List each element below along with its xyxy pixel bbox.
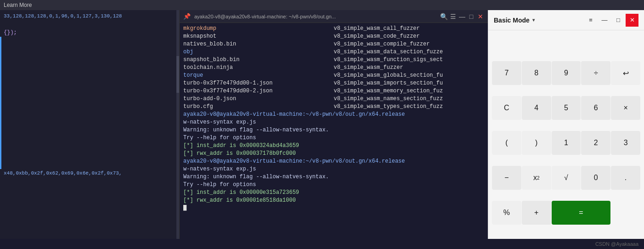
calc-btn-sqrt[interactable]: √	[552, 166, 581, 190]
calc-btn-add[interactable]: +	[522, 201, 551, 225]
calc-btn-multiply[interactable]: ×	[611, 96, 640, 120]
term-line: Warning: unknown flag --allow-natves-syn…	[183, 173, 484, 181]
term-line: v8_simple_wasm_data_section_fuzze	[334, 48, 485, 56]
watermark-text: CSDN @Ayakaaaa	[595, 241, 638, 247]
term-line: torque	[183, 72, 334, 79]
calc-buttons: 7 8 9 ÷ ↩ C 4 5 6 × ( ) 1 2 3 − x2 √ 0 .…	[488, 59, 644, 239]
terminal-maximize-btn[interactable]: □	[468, 13, 475, 20]
term-line: snapshot_blob.bin	[183, 56, 334, 64]
term-line: w-natves-syntax exp.js	[183, 165, 484, 173]
editor-line	[0, 70, 179, 78]
terminal-col-right: v8_simple_wasm_call_fuzzer v8_simple_was…	[334, 25, 485, 111]
calc-btn-0[interactable]: 0	[581, 166, 610, 190]
calc-btn-7[interactable]: 7	[492, 61, 521, 85]
term-line: mkgrokdump	[183, 25, 334, 33]
term-line: v8_simple_wasm_imports_section_fu	[334, 79, 485, 87]
editor-line	[0, 136, 179, 144]
learn-more-link[interactable]: Learn More	[4, 2, 32, 8]
terminal-close-btn[interactable]: ✕	[477, 13, 484, 20]
calc-value	[633, 40, 637, 57]
editor-line	[0, 119, 179, 128]
term-line: [*] inst_addr is 0x00000e315a723659	[183, 189, 484, 197]
calc-titlebar: Basic Mode ▾ ≡ — □ ✕	[488, 10, 644, 30]
calc-minimize-btn[interactable]: —	[598, 14, 611, 27]
scrollbar[interactable]	[176, 10, 179, 239]
editor-line: 33,128,128,128,0,1,96,0,1,127,3,130,128	[0, 12, 179, 20]
terminal-menu-btn[interactable]: ☰	[449, 13, 457, 20]
calc-btn-1[interactable]: 1	[552, 131, 581, 155]
calc-btn-backspace[interactable]: ↩	[611, 61, 640, 85]
calc-btn-4[interactable]: 4	[522, 96, 551, 120]
term-line: v8_simple_wasm_types_section_fuzz	[334, 103, 485, 111]
calc-btn-clear[interactable]: C	[492, 96, 521, 120]
term-line: turbo-0x3f77e479dd00-2.json	[183, 87, 334, 95]
editor-line	[0, 45, 179, 53]
calc-btn-2[interactable]: 2	[581, 131, 610, 155]
calc-btn-subtract[interactable]: −	[492, 166, 521, 190]
term-line: turbo-0x3f77e479dd00-1.json	[183, 79, 334, 87]
editor-line: x48,0xbb,0x2f,0x62,0x69,0x6e,0x2f,0x73,	[0, 169, 179, 177]
term-line: [*] inst_addr is 0x0000324abd4a3659	[183, 142, 484, 150]
editor-line	[0, 62, 179, 70]
editor-line	[0, 37, 179, 45]
editor-line	[0, 128, 179, 136]
calc-expression	[635, 34, 637, 40]
term-prompt-2: ayaka20-v8@ayaka20v8-virtual-machine:~/v…	[183, 158, 484, 165]
editor-line: {});	[0, 28, 179, 37]
term-line: v8_simple_wasm_code_fuzzer	[334, 33, 485, 40]
terminal-title: ayaka20-v8@ayaka20v8-virtual-machine: ~/…	[194, 14, 336, 19]
terminal-content: mkgrokdump mksnapshot natives_blob.bin o…	[180, 23, 488, 239]
editor-content: 33,128,128,128,0,1,96,0,1,127,3,130,128 …	[0, 10, 179, 239]
term-line: turbo-add-0.json	[183, 95, 334, 103]
editor-line	[0, 53, 179, 62]
calc-btn-3[interactable]: 3	[611, 131, 640, 155]
calc-btn-equals[interactable]: =	[552, 201, 611, 225]
terminal-minimize-btn[interactable]: —	[458, 13, 466, 20]
main-area: 33,128,128,128,0,1,96,0,1,127,3,130,128 …	[0, 10, 644, 239]
calc-btn-9[interactable]: 9	[552, 61, 581, 85]
editor-panel: 33,128,128,128,0,1,96,0,1,127,3,130,128 …	[0, 10, 179, 239]
top-bar: Learn More	[0, 0, 644, 10]
calc-display	[488, 30, 644, 59]
editor-line	[0, 111, 179, 119]
term-line: Try --help for options	[183, 181, 484, 189]
terminal-search-btn[interactable]: 🔍	[440, 13, 447, 20]
scrollbar-thumb[interactable]	[176, 56, 179, 93]
calc-btn-percent[interactable]: %	[492, 201, 521, 225]
calc-btn-6[interactable]: 6	[581, 96, 610, 120]
term-line: v8_simple_wasm_fuzzer	[334, 64, 485, 72]
term-line: v8_simple_wasm_call_fuzzer	[334, 25, 485, 33]
calc-btn-8[interactable]: 8	[522, 61, 551, 85]
term-cursor-line: █	[183, 204, 484, 212]
term-prompt-1: ayaka20-v8@ayaka20v8-virtual-machine:~/v…	[183, 111, 484, 119]
calculator-panel: Basic Mode ▾ ≡ — □ ✕ 7 8 9 ÷ ↩ C 4	[488, 10, 644, 239]
term-line: v8_simple_wasm_function_sigs_sect	[334, 56, 485, 64]
term-line: [*] rwx_addr is 0x00001e8518da1000	[183, 197, 484, 204]
calc-btn-open-paren[interactable]: (	[492, 131, 521, 155]
term-line: obj	[183, 48, 334, 56]
terminal-titlebar: 📌 ayaka20-v8@ayaka20v8-virtual-machine: …	[180, 10, 488, 23]
calc-mode-selector[interactable]: Basic Mode ▾	[494, 17, 535, 24]
calc-btn-5[interactable]: 5	[552, 96, 581, 120]
terminal-panel: 📌 ayaka20-v8@ayaka20v8-virtual-machine: …	[179, 10, 488, 239]
calc-menu-btn[interactable]: ≡	[584, 14, 597, 27]
term-line: mksnapshot	[183, 33, 334, 40]
term-line: turbo.cfg	[183, 103, 334, 111]
editor-line	[0, 20, 179, 28]
calc-close-btn[interactable]: ✕	[626, 14, 638, 27]
calc-btn-divide[interactable]: ÷	[581, 61, 610, 85]
terminal-col-left: mkgrokdump mksnapshot natives_blob.bin o…	[183, 25, 334, 111]
chevron-down-icon: ▾	[532, 17, 535, 23]
calc-maximize-btn[interactable]: □	[612, 14, 625, 27]
editor-line	[0, 86, 179, 95]
calc-btn-square[interactable]: x2	[522, 166, 551, 190]
calc-btn-close-paren[interactable]: )	[522, 131, 551, 155]
calc-title-controls: ≡ — □ ✕	[584, 14, 638, 27]
term-line: v8_simple_wasm_names_section_fuzz	[334, 95, 485, 103]
editor-line	[0, 78, 179, 86]
calc-btn-decimal[interactable]: .	[611, 166, 640, 190]
terminal-file-list: mkgrokdump mksnapshot natives_blob.bin o…	[183, 25, 484, 111]
terminal-controls: 🔍 ☰ — □ ✕	[440, 13, 484, 20]
term-line: [*] rwx_addr is 0x000037178b0fc000	[183, 150, 484, 158]
term-line: v8_simple_wasm_memory_section_fuz	[334, 87, 485, 95]
